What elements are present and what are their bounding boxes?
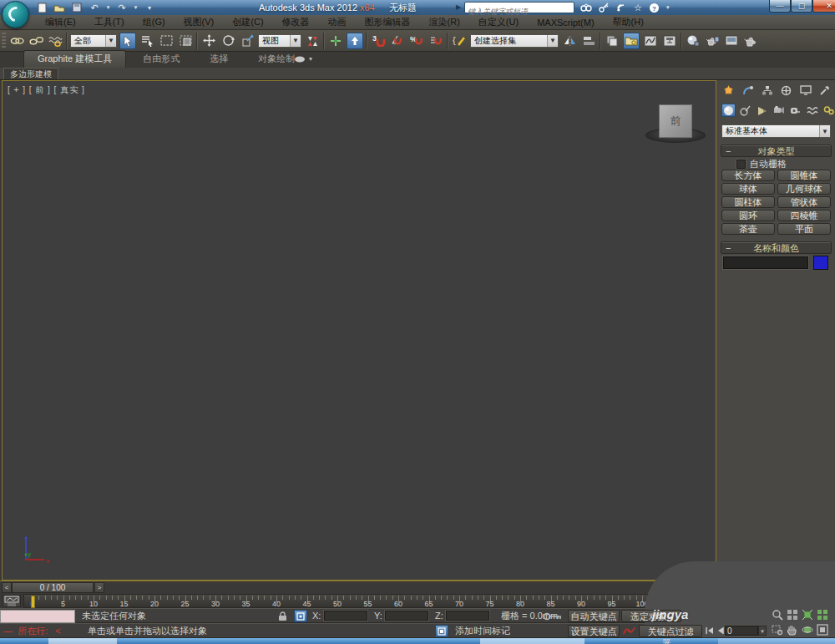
menu-item-3[interactable]: 视图(V) — [175, 15, 223, 29]
new-file-icon[interactable] — [35, 2, 48, 13]
y-coordinate-field[interactable] — [385, 611, 428, 621]
percent-snap-toggle-icon[interactable]: % — [408, 33, 425, 49]
undo-dropdown-icon[interactable]: ▾ — [105, 2, 111, 13]
go-to-start-icon[interactable] — [706, 626, 714, 635]
object-name-input[interactable] — [723, 256, 808, 269]
tab-modify-icon[interactable] — [741, 84, 755, 97]
orbit-icon[interactable] — [802, 624, 815, 637]
subtab-lights-icon[interactable] — [755, 104, 769, 117]
keyboard-shortcut-override-icon[interactable] — [347, 33, 363, 49]
menu-item-0[interactable]: 编辑(E) — [37, 15, 84, 29]
window-crossing-icon[interactable] — [177, 33, 194, 49]
tab-display-icon[interactable] — [798, 84, 812, 97]
add-time-tag[interactable]: 添加时间标记 — [455, 624, 510, 638]
snaps-toggle-3d-icon[interactable]: 3 — [370, 33, 387, 49]
angle-snap-toggle-icon[interactable] — [389, 33, 406, 49]
subtab-space-warps-icon[interactable] — [805, 104, 819, 117]
time-slider-handle[interactable]: 0 / 100 — [12, 582, 94, 593]
isolate-selection-icon[interactable] — [435, 625, 448, 637]
selection-filter-dropdown[interactable]: 全部▼ — [70, 34, 117, 48]
application-menu-button[interactable] — [2, 1, 29, 28]
reference-coordsys-dropdown[interactable]: 视图▼ — [258, 34, 301, 48]
menu-item-6[interactable]: 动画 — [320, 15, 355, 29]
time-slider-next-icon[interactable]: > — [94, 582, 104, 593]
maximize-button[interactable]: ▢ — [791, 0, 812, 13]
primitive-button-4[interactable]: 圆柱体 — [721, 196, 775, 208]
help-icon[interactable]: ? — [649, 3, 660, 13]
primitive-category-dropdown[interactable]: 标准基本体 ▼ — [721, 124, 831, 138]
layer-manager-icon[interactable] — [604, 33, 620, 49]
select-and-manipulate-icon[interactable] — [327, 33, 344, 49]
zoom-extents-icon[interactable] — [802, 609, 815, 622]
spinner-snap-toggle-icon[interactable] — [428, 33, 444, 49]
redo-dropdown-icon[interactable]: ▾ — [133, 2, 139, 13]
select-and-move-icon[interactable] — [200, 33, 217, 49]
menu-item-8[interactable]: 渲染(R) — [421, 15, 468, 29]
tab-utilities-icon[interactable] — [817, 84, 832, 97]
edit-named-selection-sets-icon[interactable]: { — [451, 33, 468, 49]
key-filters-button[interactable]: 关键点过滤器... — [639, 625, 702, 637]
subtab-cameras-icon[interactable] — [772, 104, 786, 117]
minimize-button[interactable]: — — [769, 0, 791, 13]
ribbon-options[interactable]: ▾ — [294, 55, 312, 63]
favorites-star-icon[interactable]: ☆ — [634, 3, 642, 13]
menu-item-4[interactable]: 创建(C) — [224, 15, 271, 29]
tab-hierarchy-icon[interactable] — [760, 84, 774, 97]
viewcube[interactable]: 前 — [659, 104, 692, 138]
x-coordinate-field[interactable] — [324, 611, 367, 621]
primitive-button-1[interactable]: 圆锥体 — [777, 170, 831, 181]
primitive-button-9[interactable]: 平面 — [777, 223, 831, 235]
open-file-icon[interactable] — [53, 2, 66, 13]
curve-editor-icon[interactable] — [642, 33, 659, 49]
redo-icon[interactable]: ↷ — [115, 2, 129, 13]
selection-lock-icon[interactable] — [278, 611, 287, 621]
search-expand-icon[interactable]: ▶ — [456, 3, 461, 11]
use-pivot-center-icon[interactable] — [304, 33, 321, 49]
object-color-swatch[interactable] — [813, 256, 828, 270]
viewport-front[interactable]: [ + ] [ 前 ] [ 真实 ] 前 x y — [2, 80, 716, 581]
primitive-button-6[interactable]: 圆环 — [721, 210, 775, 221]
tab-motion-icon[interactable] — [779, 84, 793, 97]
align-icon[interactable] — [580, 33, 597, 49]
time-slider-prev-icon[interactable]: < — [2, 582, 12, 593]
tab-polygon-modeling[interactable]: 多边形建模 — [3, 68, 58, 79]
rendered-frame-window-icon[interactable] — [723, 33, 740, 49]
primitive-button-2[interactable]: 球体 — [721, 183, 775, 195]
zoom-extents-all-icon[interactable] — [817, 609, 830, 622]
ribbon-tab-0[interactable]: Graphite 建模工具 — [23, 50, 126, 68]
rectangular-selection-region-icon[interactable] — [158, 33, 175, 49]
current-frame-marker[interactable] — [31, 596, 35, 608]
zoom-region-icon[interactable] — [772, 624, 785, 637]
subtab-helpers-icon[interactable] — [788, 104, 802, 117]
primitive-button-3[interactable]: 几何球体 — [777, 183, 831, 195]
tab-create-icon[interactable] — [721, 84, 736, 97]
close-button[interactable]: ✕ — [812, 0, 835, 13]
toolbar-options-icon[interactable]: ▾ — [143, 2, 156, 13]
select-and-link-icon[interactable] — [8, 33, 25, 49]
subscription-key-icon[interactable] — [599, 3, 610, 13]
primitive-button-7[interactable]: 四棱锥 — [777, 210, 831, 221]
absolute-offset-mode-icon[interactable] — [294, 610, 307, 622]
menu-item-9[interactable]: 自定义(U) — [470, 15, 527, 29]
select-object-icon[interactable] — [119, 33, 136, 49]
save-file-icon[interactable] — [70, 2, 84, 13]
zoom-icon[interactable] — [772, 609, 785, 622]
select-and-rotate-icon[interactable] — [220, 33, 236, 49]
frame-spinner-icon[interactable]: ▾ — [758, 626, 767, 636]
current-frame-field[interactable] — [725, 626, 758, 636]
maxscript-mini-listener[interactable] — [0, 610, 75, 623]
mirror-icon[interactable] — [561, 33, 578, 49]
help-dropdown-icon[interactable]: ▾ — [666, 4, 670, 11]
pan-hand-icon[interactable] — [787, 624, 800, 637]
unlink-selection-icon[interactable] — [28, 33, 44, 49]
menu-item-2[interactable]: 组(G) — [134, 15, 174, 29]
autogrid-checkbox[interactable] — [736, 160, 746, 169]
graphite-modeling-toolbar-toggle-icon[interactable] — [623, 33, 640, 49]
bind-to-space-warp-icon[interactable] — [47, 33, 63, 49]
zoom-all-icon[interactable] — [787, 609, 800, 622]
search-binoculars-icon[interactable] — [580, 3, 592, 13]
subtab-systems-icon[interactable] — [822, 104, 835, 117]
render-setup-icon[interactable] — [704, 33, 721, 49]
undo-icon[interactable]: ↶ — [88, 2, 101, 13]
ribbon-tab-1[interactable]: 自由形式 — [129, 51, 193, 68]
